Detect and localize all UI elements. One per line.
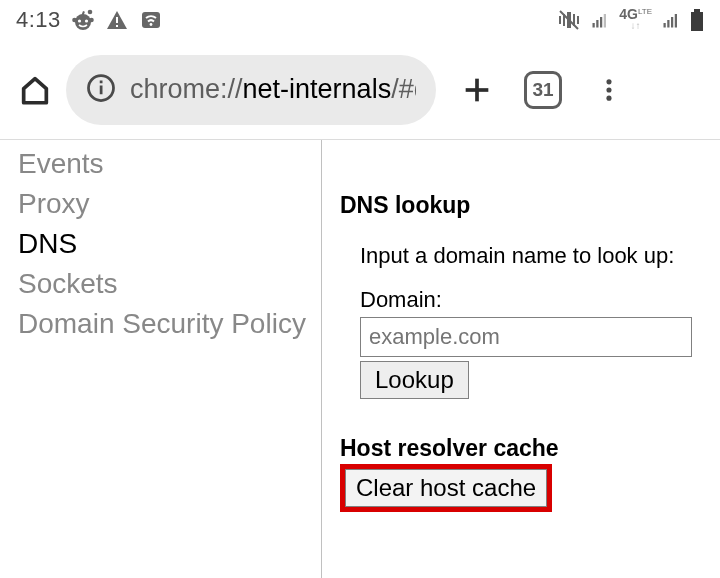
- svg-point-1: [88, 10, 93, 15]
- sidebar-item-events[interactable]: Events: [18, 144, 321, 184]
- home-button[interactable]: [14, 69, 56, 111]
- dns-lookup-title: DNS lookup: [340, 192, 702, 219]
- dns-lookup-help: Input a domain name to look up:: [360, 243, 702, 269]
- svg-rect-17: [593, 23, 595, 28]
- svg-point-6: [89, 18, 94, 23]
- reddit-app-icon: [71, 8, 95, 32]
- svg-point-34: [606, 95, 611, 100]
- tab-switcher-button[interactable]: 31: [518, 65, 568, 115]
- svg-rect-19: [600, 17, 602, 28]
- android-status-bar: 4:13 4GLTE ↓↑: [0, 0, 720, 40]
- svg-point-10: [149, 23, 152, 26]
- host-resolver-cache-title: Host resolver cache: [340, 435, 702, 462]
- svg-point-33: [606, 87, 611, 92]
- clear-host-cache-button[interactable]: Clear host cache: [345, 469, 547, 507]
- warning-icon: [105, 8, 129, 32]
- site-info-icon[interactable]: [86, 73, 116, 107]
- lookup-button[interactable]: Lookup: [360, 361, 469, 399]
- sidebar-item-sockets[interactable]: Sockets: [18, 264, 321, 304]
- sidebar-item-domain-security-policy[interactable]: Domain Security Policy: [18, 304, 321, 344]
- battery-icon: [690, 9, 704, 31]
- network-type-label: 4GLTE ↓↑: [619, 5, 652, 29]
- svg-rect-11: [559, 16, 561, 24]
- sidebar-item-proxy[interactable]: Proxy: [18, 184, 321, 224]
- domain-field-label: Domain:: [360, 287, 702, 313]
- signal-bars-icon-1: [591, 11, 609, 29]
- svg-rect-15: [577, 16, 579, 24]
- svg-rect-28: [100, 85, 103, 94]
- svg-rect-7: [116, 17, 118, 23]
- svg-rect-21: [664, 23, 666, 28]
- url-text: chrome://net-internals/#dn: [130, 74, 416, 105]
- sidebar-nav: Events Proxy DNS Sockets Domain Security…: [0, 140, 322, 578]
- domain-input[interactable]: [360, 317, 692, 357]
- svg-rect-26: [691, 12, 703, 31]
- tab-count-badge: 31: [524, 71, 562, 109]
- svg-point-4: [85, 19, 88, 22]
- vibrate-mute-icon: [557, 8, 581, 32]
- browser-toolbar: chrome://net-internals/#dn 31: [0, 40, 720, 140]
- main-content: DNS lookup Input a domain name to look u…: [322, 140, 720, 578]
- omnibox[interactable]: chrome://net-internals/#dn: [66, 55, 436, 125]
- svg-rect-29: [100, 80, 103, 83]
- status-clock: 4:13: [16, 7, 61, 33]
- overflow-menu-button[interactable]: [584, 65, 634, 115]
- svg-point-3: [78, 19, 81, 22]
- new-tab-button[interactable]: [452, 65, 502, 115]
- svg-rect-20: [604, 14, 606, 28]
- svg-point-32: [606, 79, 611, 84]
- signal-bars-icon-2: [662, 11, 680, 29]
- svg-rect-23: [671, 17, 673, 28]
- clear-host-cache-highlight: Clear host cache: [340, 464, 552, 512]
- svg-rect-25: [694, 9, 700, 12]
- sidebar-item-dns[interactable]: DNS: [18, 224, 321, 264]
- svg-rect-22: [667, 20, 669, 28]
- svg-rect-18: [596, 20, 598, 28]
- svg-rect-24: [675, 14, 677, 28]
- svg-rect-8: [116, 25, 118, 27]
- svg-point-5: [72, 18, 77, 23]
- wifi-icon: [139, 8, 163, 32]
